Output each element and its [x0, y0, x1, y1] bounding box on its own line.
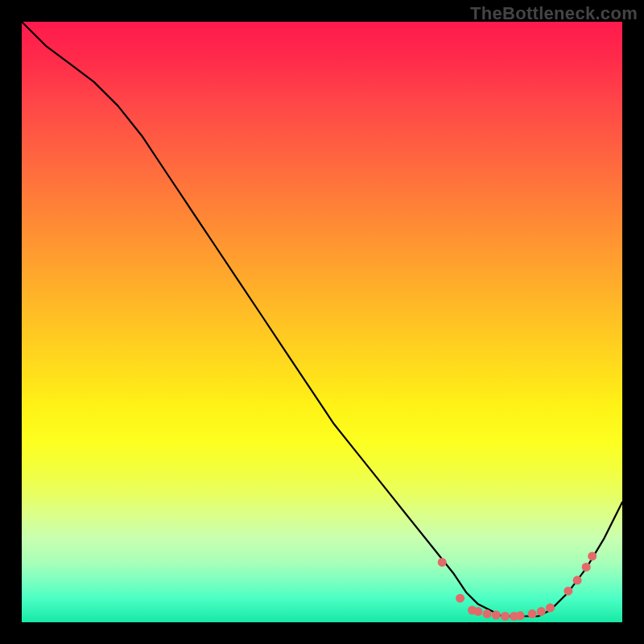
marker-dot: [573, 576, 582, 584]
curve-layer: [22, 22, 622, 622]
marker-dot: [456, 594, 464, 603]
chart-stage: TheBottleneck.com: [0, 0, 644, 644]
marker-dot: [564, 587, 572, 596]
marker-dot: [528, 609, 537, 618]
marker-dot: [537, 607, 546, 616]
marker-dot: [588, 551, 597, 560]
marker-dot: [474, 607, 483, 616]
bottleneck-curve: [22, 22, 622, 617]
marker-dot: [582, 563, 591, 572]
marker-dot: [501, 612, 510, 621]
marker-dot: [492, 611, 501, 620]
marker-dot: [546, 604, 555, 613]
plot-area: [22, 22, 622, 622]
marker-dot: [516, 611, 525, 620]
marker-dot: [438, 558, 447, 567]
marker-dot: [483, 609, 492, 618]
